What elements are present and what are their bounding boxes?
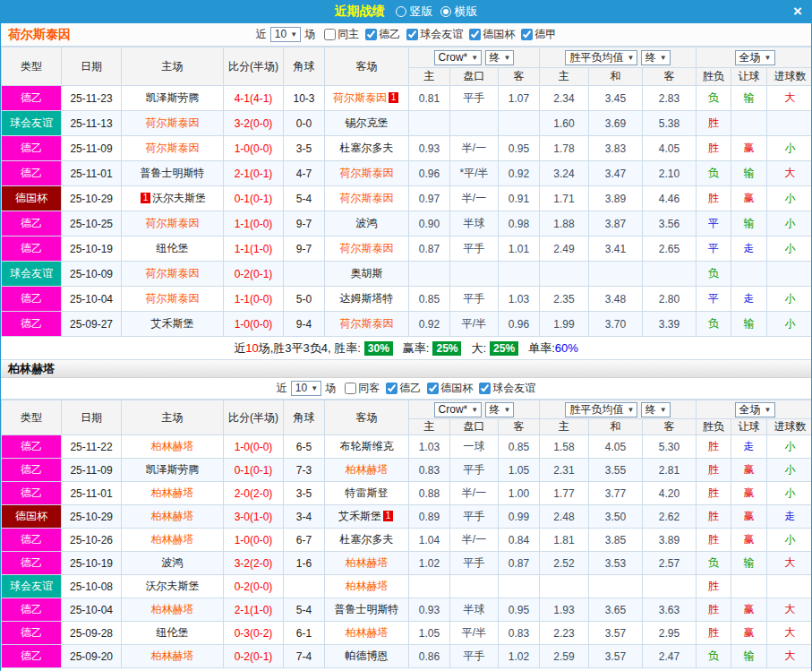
team-name[interactable]: 达姆斯塔特	[340, 292, 394, 305]
col-eu-draw: 和	[589, 419, 643, 435]
filter-checkbox[interactable]: 德国杯	[427, 381, 473, 396]
full-match-select[interactable]: 全场▼	[735, 50, 775, 65]
team-name[interactable]: 荷尔斯泰因	[340, 192, 394, 204]
team-name[interactable]: 凯泽斯劳腾	[146, 91, 200, 104]
corner-cell: 7-4	[284, 645, 325, 668]
red-card-badge: 1	[141, 193, 150, 203]
match-row: 德乙25-11-09凯泽斯劳腾0-1(0-1)7-3柏林赫塔0.83平手1.05…	[2, 459, 812, 482]
team-name[interactable]: 纽伦堡	[157, 242, 189, 254]
full-match-select[interactable]: 全场▼	[735, 402, 775, 417]
euro-final-select[interactable]: 终▼	[641, 402, 671, 417]
ah-home-odds-cell: 1.04	[409, 529, 450, 552]
corner-cell: 5-4	[284, 598, 325, 622]
corner-cell: 6-5	[284, 435, 325, 459]
handicap-result-cell: 赢	[731, 529, 767, 552]
filter-checkbox[interactable]: 球会友谊	[406, 27, 463, 42]
near-label: 近	[256, 27, 267, 42]
final-odds-select[interactable]: 终▼	[485, 50, 515, 65]
checkbox-input[interactable]	[386, 383, 397, 394]
team-name[interactable]: 普鲁士明斯特	[335, 603, 399, 615]
team-name[interactable]: 柏林赫塔	[346, 580, 389, 592]
team-name[interactable]: 锡尔克堡	[346, 116, 389, 129]
filter-checkbox[interactable]: 球会友谊	[479, 381, 535, 396]
team-name[interactable]: 荷尔斯泰因	[146, 217, 200, 229]
team-name[interactable]: 荷尔斯泰因	[146, 267, 200, 280]
team-name[interactable]: 波鸿	[162, 556, 184, 569]
team-name[interactable]: 杜塞尔多夫	[340, 142, 394, 154]
euro-final-select[interactable]: 终▼	[641, 50, 671, 65]
team-name[interactable]: 柏林赫塔	[346, 626, 389, 639]
close-icon[interactable]: ×	[789, 3, 807, 21]
result-cell: 胜	[697, 459, 731, 482]
away-team-cell: 奥胡斯	[325, 262, 409, 287]
euro-draw-odds-cell: 3.85	[589, 529, 643, 552]
checkbox-input[interactable]	[365, 29, 377, 40]
away-team-cell: 艾禾斯堡1	[325, 505, 409, 529]
filter-checkbox[interactable]: 同客	[345, 381, 380, 396]
ah-handicap-cell: *平/半	[450, 161, 499, 186]
team-name[interactable]: 荷尔斯泰因	[340, 167, 394, 179]
match-count-select[interactable]: 10▼	[270, 27, 301, 42]
chevron-down-icon: ▼	[660, 51, 667, 65]
checkbox-input[interactable]	[479, 383, 491, 394]
team-name[interactable]: 帕德博恩	[346, 649, 389, 662]
filter-checkbox[interactable]: 德甲	[521, 27, 556, 42]
team-name[interactable]: 柏林赫塔	[151, 486, 194, 499]
checkbox-input[interactable]	[324, 29, 336, 40]
team-name[interactable]: 奥胡斯	[351, 267, 383, 280]
team-name[interactable]: 柏林赫塔	[151, 649, 194, 662]
team-name[interactable]: 凯泽斯劳腾	[146, 463, 200, 476]
checkbox-input[interactable]	[521, 29, 533, 40]
team-name[interactable]: 特雷斯登	[346, 486, 389, 499]
team-name[interactable]: 荷尔斯泰因	[340, 317, 394, 330]
team-name[interactable]: 柏林赫塔	[346, 463, 389, 476]
home-team-cell: 波鸿	[122, 552, 224, 575]
odds-provider-select[interactable]: Crow*▼	[434, 50, 483, 65]
result-cell: 负	[697, 262, 731, 287]
team-name[interactable]: 柏林赫塔	[151, 533, 194, 546]
team-name[interactable]: 荷尔斯泰因	[146, 142, 200, 154]
team-name[interactable]: 普鲁士明斯特	[141, 167, 205, 179]
team-name[interactable]: 荷尔斯泰因	[333, 91, 387, 104]
team-name[interactable]: 荷尔斯泰因	[146, 292, 200, 305]
euro-avg-select[interactable]: 胜平负均值▼	[565, 50, 637, 65]
games-label: 场	[325, 381, 336, 396]
checkbox-input[interactable]	[406, 29, 418, 40]
layout-vertical-option[interactable]: 竖版	[396, 4, 433, 20]
team-name[interactable]: 布轮斯维克	[340, 440, 394, 452]
euro-avg-select[interactable]: 胜平负均值▼	[565, 402, 637, 417]
chevron-down-icon: ▼	[765, 403, 772, 417]
filter-checkbox[interactable]: 德国杯	[469, 27, 515, 42]
filter-checkbox[interactable]: 同主	[324, 27, 359, 42]
team-name[interactable]: 柏林赫塔	[151, 510, 194, 522]
team-name[interactable]: 柏林赫塔	[346, 556, 389, 569]
team-name[interactable]: 杜塞尔多夫	[340, 533, 394, 546]
filter-checkbox[interactable]: 德乙	[386, 381, 421, 396]
team-name[interactable]: 荷尔斯泰因	[146, 116, 200, 129]
team-name[interactable]: 艾禾斯堡	[151, 317, 194, 330]
filter-checkbox[interactable]: 德乙	[365, 27, 400, 42]
layout-horizontal-option[interactable]: 横版	[440, 4, 478, 20]
team-name[interactable]: 荷尔斯泰因	[340, 242, 394, 254]
team-name[interactable]: 柏林赫塔	[151, 603, 194, 615]
score-cell: 3-2(2-0)	[224, 552, 284, 575]
team-name[interactable]: 柏林赫塔	[151, 440, 194, 452]
odds-provider-select[interactable]: Crow*▼	[434, 402, 483, 417]
near-label: 近	[277, 381, 287, 396]
final-odds-select[interactable]: 终▼	[485, 402, 515, 417]
ah-home-odds-cell: 0.83	[409, 459, 450, 482]
team-name[interactable]: 波鸿	[356, 217, 378, 229]
score-cell: 0-3(0-2)	[224, 622, 284, 645]
team-name[interactable]: 沃尔夫斯堡	[146, 580, 200, 592]
match-row: 球会友谊25-10-08沃尔夫斯堡0-2(0-0)柏林赫塔胜	[2, 575, 812, 598]
result-cell: 胜	[697, 435, 731, 459]
match-count-select[interactable]: 10▼	[291, 381, 321, 396]
team-name[interactable]: 纽伦堡	[157, 626, 189, 639]
team-name[interactable]: 艾禾斯堡	[338, 510, 381, 522]
team-name[interactable]: 沃尔夫斯堡	[152, 192, 206, 204]
checkbox-input[interactable]	[345, 383, 356, 394]
checkbox-input[interactable]	[469, 29, 481, 40]
checkbox-input[interactable]	[427, 383, 439, 394]
summary-count: 10	[245, 341, 258, 355]
ah-away-odds-cell: 0.99	[499, 505, 540, 529]
